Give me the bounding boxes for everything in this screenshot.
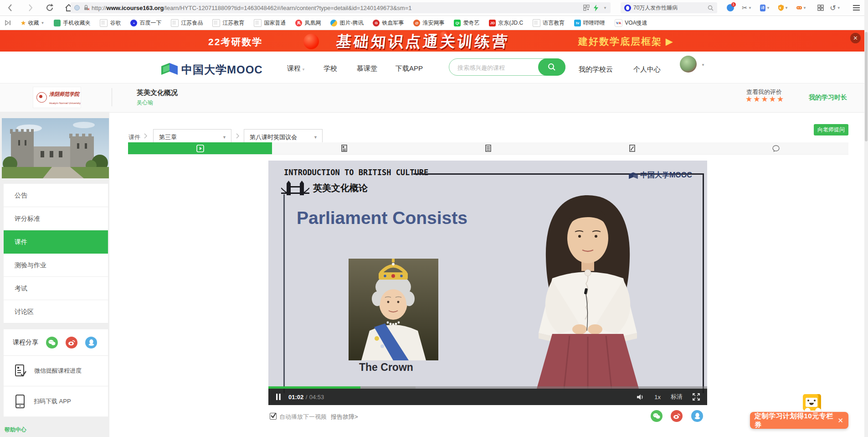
autoplay-label[interactable]: 自动播放下一视频	[279, 413, 327, 421]
divider	[112, 88, 112, 106]
ad-banner[interactable]: 22考研数学 基础知识点通关训练营 建好数学底层框架 ▶	[0, 30, 864, 52]
help-center-link[interactable]: 帮助中心	[5, 426, 26, 434]
back-icon[interactable]	[5, 3, 15, 13]
bookmark-item[interactable]: VAVOA慢速	[615, 19, 647, 27]
course-teacher[interactable]: 吴心瑜	[137, 99, 153, 107]
video-player[interactable]: INTRODUCTION TO BRITISH CULTURE 英美文化概论 P…	[268, 161, 707, 405]
bookmark-item[interactable]: @淮安网事	[413, 19, 444, 27]
nav-schools[interactable]: 学校	[324, 64, 337, 73]
url-bar[interactable]: ✕ http://www.icourse163.org/learn/HYTC-1…	[71, 2, 611, 13]
promo-banner[interactable]: 定制学习计划得10元专栏券 ✕	[750, 412, 848, 429]
weibo-share-icon[interactable]	[671, 410, 683, 422]
scan-download-row[interactable]: 扫码下载 APP	[4, 386, 108, 416]
scrollbar-thumb[interactable]	[865, 32, 868, 141]
undo-icon[interactable]: ↺▼	[830, 3, 840, 12]
mooc-logo-icon[interactable]	[160, 62, 179, 78]
school-logo[interactable]: 淮阴师范学院Huaiyin Normal University	[33, 87, 81, 108]
qq-share-icon[interactable]	[691, 410, 703, 422]
ask-teacher-button[interactable]: 向老师提问	[814, 124, 848, 135]
qq-share-icon[interactable]	[85, 337, 97, 349]
bookmark-item[interactable]: Qi爱奇艺	[454, 19, 479, 27]
report-issue-link[interactable]: 报告故障>	[331, 413, 358, 421]
tab-text[interactable]	[416, 142, 560, 154]
messages-icon[interactable]: 1	[725, 3, 735, 12]
nav-download-app[interactable]: 下载APP	[395, 64, 423, 73]
avatar[interactable]	[680, 56, 697, 73]
sidebar-item-quizzes[interactable]: 测验与作业	[4, 254, 108, 277]
baidu-icon	[624, 5, 631, 11]
sidebar-item-grading[interactable]: 评分标准	[4, 207, 108, 230]
sidebar-item-announcements[interactable]: 公告	[4, 184, 108, 207]
bookmark-item[interactable]: 手机收藏夹	[54, 19, 90, 27]
search-button[interactable]	[538, 58, 565, 76]
fullscreen-icon[interactable]	[693, 393, 700, 401]
wechat-share-icon[interactable]	[46, 337, 58, 349]
speed-control[interactable]: 1x	[654, 394, 661, 401]
menu-icon[interactable]	[851, 3, 861, 12]
mooc-logo-text[interactable]: 中国大学MOOC	[181, 62, 263, 77]
bookmark-item[interactable]: tv哔哩哔哩	[574, 19, 605, 27]
promo-close-icon[interactable]: ✕	[837, 416, 843, 425]
screenshot-scissors-icon[interactable]: ✂▼	[742, 3, 752, 12]
slide-left-line	[283, 194, 285, 393]
svg-text:✕: ✕	[87, 7, 90, 11]
tab-video[interactable]	[128, 142, 272, 154]
ad-close-button[interactable]: ✕	[850, 33, 861, 43]
quality-control[interactable]: 标清	[671, 393, 683, 401]
translate-icon[interactable]: 译▼	[760, 3, 770, 12]
refresh-icon[interactable]	[45, 3, 55, 13]
breadcrumb-root[interactable]: 课件	[128, 133, 140, 141]
wechat-share-icon[interactable]	[651, 410, 663, 422]
ad-decoration-ball	[303, 34, 319, 49]
shield-icon[interactable]: ¥▼	[778, 3, 788, 12]
games-icon[interactable]: ▼	[796, 3, 806, 12]
sidebar-item-courseware[interactable]: 课件	[4, 230, 108, 254]
bookmark-item[interactable]: •百度一下	[130, 19, 161, 27]
quick-search-box[interactable]: 70万人发作性睡病	[621, 2, 717, 13]
sidebar-item-forum[interactable]: 讨论区	[4, 300, 108, 323]
sidebar-toggle-icon[interactable]	[5, 20, 11, 26]
course-title: 英美文化概况	[137, 88, 178, 97]
avatar-dropdown-icon[interactable]: ▼	[701, 63, 705, 67]
volume-icon[interactable]	[637, 394, 644, 401]
wechat-reminder-row[interactable]: 微信提醒课程进度	[4, 355, 108, 386]
course-search-input[interactable]	[457, 61, 531, 74]
tab-discussion[interactable]	[704, 142, 848, 154]
autoplay-checkbox[interactable]	[270, 413, 277, 420]
nav-mooc-classroom[interactable]: 慕课堂	[357, 64, 377, 73]
nav-personal-center[interactable]: 个人中心	[633, 65, 661, 74]
site-info-icon[interactable]	[74, 5, 80, 10]
tab-courseware[interactable]	[272, 142, 416, 154]
quick-search-text[interactable]: 70万人发作性睡病	[633, 4, 678, 12]
apps-grid-icon[interactable]	[816, 3, 826, 12]
favorites-menu[interactable]: ★收藏▼	[21, 19, 44, 27]
phone-icon	[15, 395, 26, 408]
rating-stars[interactable]: ★★★★★	[745, 94, 785, 104]
forward-icon[interactable]	[25, 3, 35, 13]
bookmark-item[interactable]: 图片-腾讯	[330, 19, 363, 27]
lightning-icon[interactable]	[593, 5, 599, 11]
study-time-link[interactable]: 我的学习时长	[809, 94, 847, 102]
bookmark-item[interactable]: 语言教育	[533, 19, 565, 27]
bookmark-item[interactable]: 江苏教育	[212, 19, 244, 27]
bookmark-item[interactable]: 江苏食品	[171, 19, 203, 27]
pause-icon[interactable]	[276, 393, 281, 401]
school-name: 淮阴师范学院	[49, 91, 79, 97]
bookmark-item[interactable]: 国家普通	[254, 19, 286, 27]
url-dropdown-icon[interactable]: ▼	[603, 6, 607, 10]
qr-code-icon[interactable]	[583, 5, 590, 11]
course-search-box[interactable]	[449, 58, 565, 76]
breadcrumb-chevron-icon	[144, 133, 148, 139]
bookmark-item[interactable]: JD京东(JD.C	[489, 19, 523, 27]
bookmark-item[interactable]: 凤凤凰网	[295, 19, 321, 27]
bookmark-item[interactable]: G铁血军事	[373, 19, 404, 27]
weibo-share-icon[interactable]	[66, 337, 77, 349]
quick-search-magnifier-icon[interactable]	[708, 5, 714, 11]
nav-my-school-cloud[interactable]: 我的学校云	[579, 65, 613, 74]
insecure-lock-icon[interactable]: ✕	[82, 4, 90, 11]
sidebar-item-exams[interactable]: 考试	[4, 277, 108, 300]
url-text[interactable]: http://www.icourse163.org/learn/HYTC-120…	[92, 5, 412, 11]
nav-courses[interactable]: 课程▼	[287, 64, 305, 73]
bookmark-item[interactable]: 谷歌	[100, 19, 121, 27]
tab-exercise[interactable]	[560, 142, 704, 154]
